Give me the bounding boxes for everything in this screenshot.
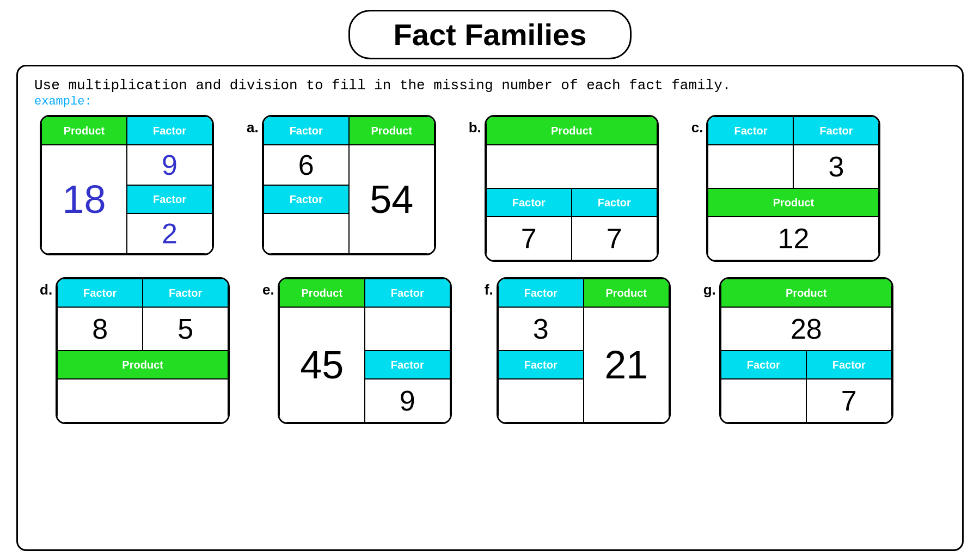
example-card: Product Factor 18 9 Factor 2 — [40, 115, 214, 255]
a-factor2-value[interactable] — [264, 213, 349, 254]
f-factor2-label: Factor — [498, 351, 584, 379]
b-product-value[interactable] — [486, 145, 657, 188]
c-card: Factor Factor 3 Product 12 — [706, 115, 880, 262]
example-label: example: — [34, 95, 946, 108]
example-product-label: Product — [41, 117, 127, 145]
g-factor2-label: Factor — [806, 351, 892, 379]
g-factor2-value: 7 — [806, 379, 892, 423]
f-factor1-value: 3 — [498, 307, 584, 351]
f-product-label: Product — [584, 279, 669, 307]
title-container: Fact Families — [348, 10, 632, 59]
example-factor1-value: 9 — [127, 145, 212, 185]
problem-c-label: c. — [691, 119, 703, 136]
c-factor2-value: 3 — [793, 145, 879, 188]
c-factor2-label: Factor — [793, 117, 879, 145]
example-factor2-label: Factor — [127, 185, 212, 213]
example-problem: Product Factor 18 9 Factor 2 — [40, 115, 214, 255]
problem-g: g. Product 28 Factor Factor 7 — [703, 277, 893, 424]
f-card: Factor Product 3 21 Factor — [497, 277, 671, 424]
e-card: Product Factor 45 Factor 9 — [278, 277, 452, 424]
e-factor1-label: Factor — [365, 279, 450, 307]
c-factor1-value[interactable] — [708, 145, 793, 188]
problem-e-label: e. — [262, 281, 274, 298]
d-factor1-value: 8 — [57, 307, 143, 351]
d-factor2-value: 5 — [143, 307, 228, 351]
a-factor2-label: Factor — [264, 185, 349, 213]
problem-c: c. Factor Factor 3 Product 12 — [691, 115, 881, 262]
g-factor1-value[interactable] — [721, 379, 806, 423]
a-product-label: Product — [349, 117, 434, 145]
g-product-label: Product — [721, 279, 892, 307]
problem-d-label: d. — [40, 281, 52, 298]
problem-e: e. Product Factor 45 Factor 9 — [262, 277, 452, 424]
f-product-value: 21 — [584, 307, 669, 423]
e-product-label: Product — [279, 279, 365, 307]
e-factor2-value: 9 — [365, 379, 450, 423]
b-factor2-label: Factor — [572, 188, 657, 217]
c-product-value: 12 — [708, 217, 879, 260]
d-card: Factor Factor 8 5 Product — [56, 277, 230, 424]
a-card: Factor Product 6 54 Factor — [262, 115, 436, 255]
g-factor1-label: Factor — [721, 351, 806, 379]
page-title: Fact Families — [394, 17, 587, 52]
problem-d: d. Factor Factor 8 5 Product — [40, 277, 230, 424]
e-factor1-value[interactable] — [365, 307, 450, 351]
problem-b: b. Product Factor Factor 7 7 — [469, 115, 659, 262]
example-factor2-value: 2 — [127, 213, 212, 254]
d-product-value[interactable] — [57, 379, 228, 423]
main-box: Use multiplication and division to fill … — [16, 65, 964, 551]
a-product-value: 54 — [349, 145, 434, 254]
c-product-label: Product — [708, 188, 879, 217]
problem-b-label: b. — [469, 119, 481, 136]
e-product-value: 45 — [279, 307, 365, 423]
b-factor1-label: Factor — [486, 188, 572, 217]
c-factor1-label: Factor — [708, 117, 793, 145]
g-card: Product 28 Factor Factor 7 — [719, 277, 893, 424]
example-product-value: 18 — [41, 145, 127, 254]
b-factor1-value: 7 — [486, 217, 572, 260]
problem-g-label: g. — [703, 281, 716, 298]
d-factor2-label: Factor — [143, 279, 228, 307]
f-factor2-value[interactable] — [498, 379, 584, 423]
problem-a-label: a. — [247, 119, 259, 136]
problem-a: a. Factor Product 6 54 Factor — [247, 115, 436, 255]
problem-f-label: f. — [485, 281, 493, 298]
example-factor1-label: Factor — [127, 117, 212, 145]
problem-f: f. Factor Product 3 21 Factor — [485, 277, 671, 424]
e-factor2-label: Factor — [365, 351, 450, 379]
instruction-text: Use multiplication and division to fill … — [34, 77, 946, 94]
d-product-label: Product — [57, 351, 228, 379]
b-card: Product Factor Factor 7 7 — [485, 115, 659, 262]
a-factor1-label: Factor — [264, 117, 349, 145]
b-product-label: Product — [486, 117, 657, 145]
b-factor2-value: 7 — [572, 217, 657, 260]
d-factor1-label: Factor — [57, 279, 143, 307]
f-factor1-label: Factor — [498, 279, 584, 307]
g-product-value: 28 — [721, 307, 892, 351]
a-factor1-value: 6 — [264, 145, 349, 185]
